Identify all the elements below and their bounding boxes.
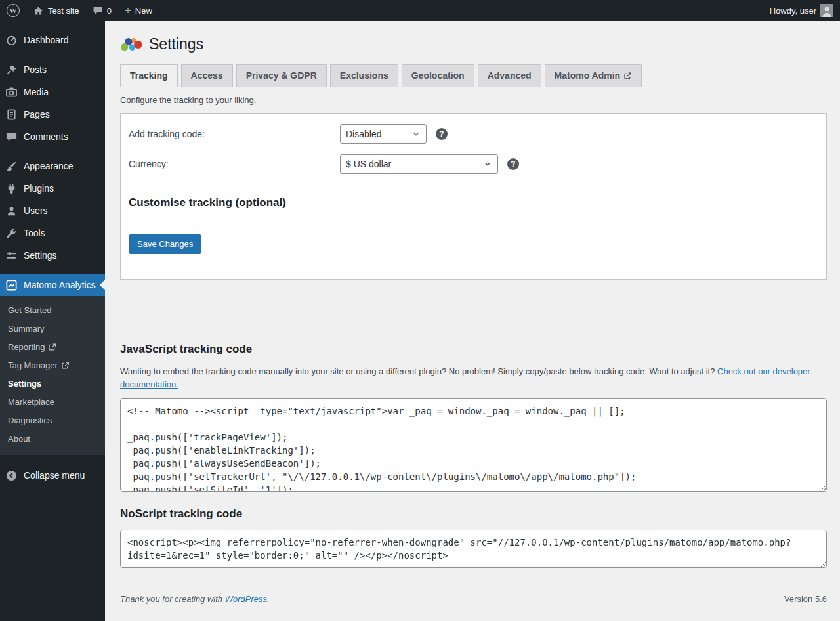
tab-exclusions[interactable]: Exclusions — [330, 64, 398, 87]
sidebar-item-comments[interactable]: Comments — [0, 125, 105, 148]
sidebar-item-media[interactable]: Media — [0, 81, 105, 103]
footer-thanks: Thank you for creating with WordPress. — [120, 594, 270, 604]
sidebar-item-label: Plugins — [24, 183, 54, 194]
footer: Thank you for creating with WordPress. V… — [120, 594, 827, 604]
chevron-down-icon — [483, 160, 492, 169]
sidebar-item-label: Settings — [24, 250, 57, 261]
main-content: Settings Tracking Access Privacy & GDPR … — [105, 0, 840, 621]
chevron-down-icon — [411, 129, 421, 139]
submenu-item-summary[interactable]: Summary — [0, 320, 105, 338]
page-title: Settings — [120, 34, 827, 54]
avatar — [820, 4, 833, 17]
external-link-icon — [623, 72, 632, 80]
sidebar-item-users[interactable]: Users — [0, 200, 105, 222]
sidebar-item-label: Pages — [24, 109, 50, 119]
save-changes-button[interactable]: Save Changes — [129, 234, 201, 254]
comments-shortcut[interactable]: 0 — [86, 0, 118, 21]
admin-bar-left: W Test site 0 + New — [0, 0, 159, 21]
brush-icon — [5, 160, 18, 173]
currency-label: Currency: — [129, 159, 340, 169]
comment-bubble-icon — [5, 131, 18, 143]
submenu-item-get-started[interactable]: Get Started — [0, 301, 105, 320]
tab-geolocation[interactable]: Geolocation — [402, 64, 474, 87]
submenu-item-reporting[interactable]: Reporting — [0, 338, 105, 356]
tracking-code-row: Add tracking code: Disabled ? — [129, 114, 818, 144]
wordpress-link[interactable]: WordPress — [225, 594, 267, 604]
sidebar-item-label: Posts — [24, 64, 47, 75]
tab-access[interactable]: Access — [181, 64, 233, 87]
js-tracking-code-heading: JavaScript tracking code — [120, 343, 827, 356]
js-tracking-code-textarea[interactable]: <!-- Matomo --><script type="text/javasc… — [120, 398, 827, 492]
sidebar-item-settings[interactable]: Settings — [0, 244, 105, 267]
footer-thanks-suffix: . — [267, 594, 270, 604]
submenu-item-settings[interactable]: Settings — [0, 375, 105, 393]
sidebar-item-label: Tools — [24, 228, 45, 238]
collapse-menu-button[interactable]: Collapse menu — [0, 464, 105, 486]
sidebar-item-label: Users — [24, 205, 48, 216]
collapse-arrow-icon — [5, 469, 18, 482]
collapse-menu-label: Collapse menu — [24, 470, 85, 481]
currency-select[interactable]: $ US dollar — [340, 154, 498, 174]
sidebar-item-label: Comments — [24, 131, 68, 142]
footer-version: Version 5.6 — [784, 594, 827, 604]
new-content-button[interactable]: + New — [118, 0, 159, 21]
help-icon[interactable]: ? — [436, 128, 448, 140]
noscript-tracking-code-textarea[interactable]: <noscript><p><img referrerpolicy="no-ref… — [120, 530, 827, 568]
tab-advanced[interactable]: Advanced — [478, 64, 541, 87]
matomo-chart-icon — [5, 279, 18, 291]
sidebar-item-matomo-analytics[interactable]: Matomo Analytics — [0, 274, 105, 296]
tracking-code-select[interactable]: Disabled — [340, 124, 427, 144]
site-name-link[interactable]: Test site — [26, 0, 86, 21]
tracking-code-label: Add tracking code: — [129, 129, 340, 139]
comments-count: 0 — [107, 6, 112, 16]
page-title-text: Settings — [149, 34, 203, 54]
customise-tracking-heading: Customise tracking (optional) — [129, 196, 818, 209]
tracking-code-value: Disabled — [346, 129, 381, 139]
tracking-settings-panel: Add tracking code: Disabled ? Currency: … — [120, 113, 827, 280]
sidebar: Dashboard Posts Media Pages Comments App… — [0, 21, 105, 621]
wordpress-menu-button[interactable]: W — [0, 0, 26, 21]
currency-row: Currency: $ US dollar ? — [129, 144, 818, 174]
sidebar-item-label: Matomo Analytics — [24, 280, 96, 290]
noscript-tracking-code-heading: NoScript tracking code — [120, 507, 827, 521]
currency-value: $ US dollar — [346, 159, 391, 169]
menu-separator — [0, 148, 105, 155]
sidebar-item-dashboard[interactable]: Dashboard — [0, 29, 105, 51]
intro-text: Configure the tracking to your liking. — [120, 95, 827, 105]
dashboard-icon — [5, 34, 18, 47]
tab-privacy-gdpr[interactable]: Privacy & GDPR — [236, 64, 327, 87]
sidebar-item-label: Appearance — [24, 161, 74, 171]
menu-separator — [0, 267, 105, 274]
submenu-item-tag-manager[interactable]: Tag Manager — [0, 356, 105, 375]
sidebar-item-plugins[interactable]: Plugins — [0, 177, 105, 200]
help-icon[interactable]: ? — [507, 158, 519, 170]
matomo-submenu: Get Started Summary Reporting Tag Manage… — [0, 296, 105, 455]
tab-matomo-admin[interactable]: Matomo Admin — [545, 64, 642, 87]
comments-bubble-icon — [93, 5, 103, 16]
sidebar-item-pages[interactable]: Pages — [0, 103, 105, 125]
plug-icon — [5, 182, 18, 195]
pushpin-icon — [5, 64, 18, 76]
new-label: New — [135, 6, 152, 16]
sliders-icon — [5, 249, 18, 262]
home-icon — [33, 5, 44, 16]
js-tracking-description: Wanting to embed the tracking code manua… — [120, 365, 827, 391]
sidebar-item-posts[interactable]: Posts — [0, 58, 105, 81]
site-name-label: Test site — [48, 6, 79, 16]
submenu-item-about[interactable]: About — [0, 430, 105, 448]
plus-icon: + — [125, 5, 131, 16]
js-tracking-description-text: Wanting to embed the tracking code manua… — [120, 366, 717, 376]
submenu-item-marketplace[interactable]: Marketplace — [0, 393, 105, 412]
sidebar-item-label: Media — [24, 87, 49, 97]
sidebar-item-tools[interactable]: Tools — [0, 222, 105, 244]
person-icon — [5, 205, 18, 217]
wordpress-logo-icon: W — [7, 4, 20, 17]
settings-tabs: Tracking Access Privacy & GDPR Exclusion… — [120, 64, 827, 87]
admin-bar-right: Howdy, user — [763, 0, 840, 21]
external-link-icon — [61, 361, 70, 370]
sidebar-item-appearance[interactable]: Appearance — [0, 155, 105, 177]
my-account-link[interactable]: Howdy, user — [763, 0, 840, 21]
submenu-item-diagnostics[interactable]: Diagnostics — [0, 412, 105, 430]
tab-tracking[interactable]: Tracking — [120, 64, 178, 87]
pages-icon — [5, 108, 18, 121]
